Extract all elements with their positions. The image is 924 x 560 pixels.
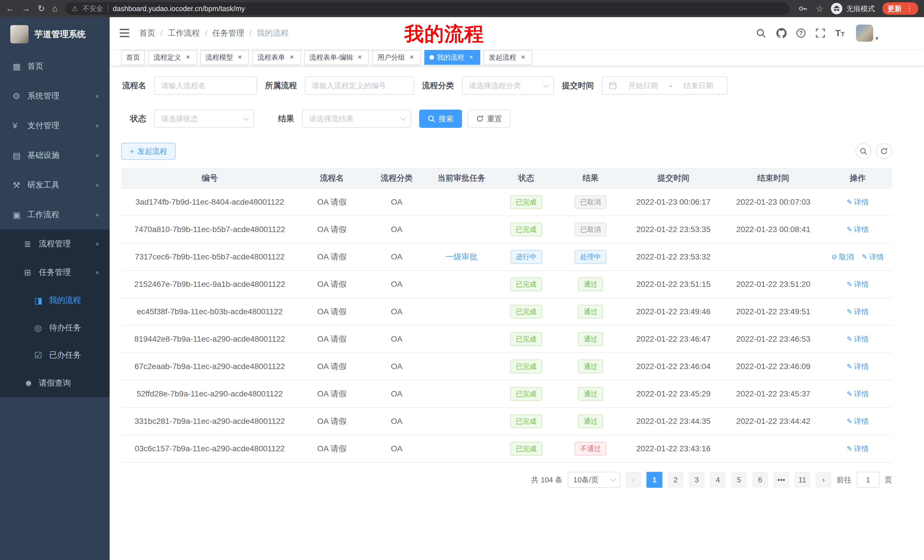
tab-close-icon[interactable]: ×	[408, 53, 416, 61]
pagination: 共 104 条 10条/页 ‹ 123456•••11 › 前往 页	[121, 472, 892, 488]
search-icon[interactable]	[755, 27, 766, 39]
tab[interactable]: 流程模型 ×	[201, 50, 249, 65]
page-size-select[interactable]: 10条/页	[568, 472, 620, 488]
breadcrumb-item[interactable]: 任务管理	[213, 28, 244, 39]
cell-current-task: 一级审批	[428, 243, 495, 271]
chevron-down-icon: ∨	[95, 153, 99, 158]
tab[interactable]: 发起流程 ×	[484, 50, 532, 65]
detail-link[interactable]: ✎ 详情	[847, 225, 869, 235]
detail-link[interactable]: ✎ 详情	[847, 334, 869, 344]
url-text[interactable]: dashboard.yudao.iocoder.cn/bpm/task/my	[113, 4, 245, 13]
process-id-input[interactable]	[312, 81, 407, 90]
end-date-placeholder[interactable]: 结束日期	[676, 81, 721, 91]
tab[interactable]: 流程表单-编辑 ×	[304, 50, 369, 65]
back-icon[interactable]: ←	[6, 4, 14, 13]
tab-close-icon[interactable]: ×	[467, 53, 475, 61]
detail-link[interactable]: ✎ 详情	[847, 444, 869, 454]
detail-link[interactable]: ✎ 详情	[847, 307, 869, 317]
next-page-button[interactable]: ›	[816, 472, 831, 488]
tab[interactable]: 我的流程 ×	[424, 50, 480, 65]
show-search-button[interactable]	[855, 143, 872, 159]
browser-menu-icon[interactable]: ⋮	[906, 4, 913, 13]
prev-page-button[interactable]: ‹	[626, 472, 641, 488]
tab[interactable]: 流程表单 ×	[252, 50, 301, 65]
page-button[interactable]: 6	[752, 472, 768, 488]
reset-button[interactable]: 重置	[468, 109, 510, 128]
page-button[interactable]: •••	[773, 472, 789, 488]
tab-close-icon[interactable]: ×	[236, 53, 244, 61]
breadcrumb-item[interactable]: 首页	[140, 28, 155, 39]
detail-link[interactable]: ✎ 详情	[847, 279, 869, 289]
sidebar-item-my-process[interactable]: ◨ 我的流程	[0, 287, 110, 314]
refresh-table-button[interactable]	[876, 143, 892, 159]
status-badge: 已完成	[510, 223, 542, 236]
page-button[interactable]: 1	[646, 472, 663, 488]
detail-link[interactable]: ✎ 详情	[847, 362, 869, 371]
start-process-button[interactable]: + 发起流程	[121, 143, 176, 160]
tab[interactable]: 首页	[121, 50, 145, 65]
detail-link[interactable]: ✎ 详情	[847, 389, 869, 399]
sidebar-item-done-tasks[interactable]: ☑ 已办任务	[0, 341, 110, 369]
sidebar-item-home[interactable]: ▦ 首页	[0, 51, 110, 81]
bookmark-star-icon[interactable]: ☆	[816, 4, 824, 14]
status-placeholder: 请选择状态	[161, 114, 198, 124]
fullscreen-icon[interactable]	[814, 27, 826, 39]
detail-link[interactable]: ✎ 详情	[862, 252, 884, 262]
address-bar[interactable]: ⚠ 不安全 dashboard.yudao.iocoder.cn/bpm/tas…	[65, 2, 789, 15]
search-button[interactable]: 搜索	[419, 109, 462, 128]
date-range-picker[interactable]: 开始日期 - 结束日期	[602, 76, 728, 95]
cell-current-task	[428, 407, 495, 435]
github-icon[interactable]	[776, 27, 787, 39]
reload-icon[interactable]: ↻	[38, 4, 45, 13]
app-logo[interactable]: 芋道管理系统	[0, 17, 110, 51]
home-icon[interactable]: ⌂	[52, 4, 57, 13]
category-select[interactable]: 请选择流程分类	[462, 76, 554, 95]
status-select[interactable]: 请选择状态	[154, 109, 254, 128]
chevron-down-icon: ∨	[95, 93, 99, 99]
tab-close-icon[interactable]: ×	[356, 53, 364, 61]
tab-close-icon[interactable]: ×	[519, 53, 527, 61]
font-size-icon[interactable]: TT	[835, 28, 844, 39]
tab-close-icon[interactable]: ×	[288, 53, 296, 61]
sidebar-item-leave-query[interactable]: ☻ 请假查询	[0, 369, 110, 397]
sidebar-item-label: 已办任务	[49, 350, 81, 361]
breadcrumb-item[interactable]: 工作流程	[168, 28, 200, 39]
tab[interactable]: 用户分组 ×	[372, 50, 421, 65]
hamburger-icon[interactable]	[110, 29, 140, 37]
avatar[interactable]	[856, 24, 873, 42]
result-select[interactable]: 请选择流结果	[302, 109, 411, 128]
page-button[interactable]: 4	[710, 472, 726, 488]
sidebar-item-todo-tasks[interactable]: ◎ 待办任务	[0, 314, 110, 341]
user-menu[interactable]: ▾	[856, 24, 878, 42]
sidebar-item-infrastructure[interactable]: ▤ 基础设施 ∨	[0, 141, 110, 170]
cell-submit-time: 2022-01-22 23:51:15	[624, 271, 723, 298]
sidebar-item-devtools[interactable]: ⚒ 研发工具 ∨	[0, 170, 110, 200]
detail-link[interactable]: ✎ 详情	[847, 197, 869, 207]
page-button[interactable]: 2	[668, 472, 684, 488]
sidebar-item-payment[interactable]: ¥ 支付管理 ∨	[0, 111, 110, 141]
password-key-icon[interactable]	[797, 3, 808, 14]
sidebar-item-system[interactable]: ⚙ 系统管理 ∨	[0, 81, 110, 111]
cell-status: 已完成	[495, 298, 557, 325]
tab[interactable]: 流程定义 ×	[148, 50, 197, 65]
sidebar-item-task-management[interactable]: ⊞ 任务管理 ∧	[0, 258, 110, 287]
filter-row-2: 状态 请选择状态 结果 请选择流结果	[121, 109, 892, 128]
sidebar-item-process-management[interactable]: ≣ 流程管理 ∨	[0, 229, 110, 258]
forward-icon[interactable]: →	[22, 4, 30, 13]
detail-link[interactable]: ✎ 详情	[847, 416, 869, 427]
page-button[interactable]: 11	[794, 472, 810, 488]
start-date-placeholder[interactable]: 开始日期	[621, 81, 666, 91]
process-name-input[interactable]	[161, 81, 250, 90]
goto-page-input[interactable]	[856, 472, 879, 488]
current-task-link[interactable]: 一级审批	[446, 252, 477, 261]
update-button[interactable]: 更新 ⋮	[882, 2, 918, 15]
page-button[interactable]: 5	[731, 472, 747, 488]
chevron-up-icon: ∧	[95, 270, 99, 275]
sidebar-item-workflow[interactable]: ▣ 工作流程 ∧	[0, 200, 110, 229]
cell-submit-time: 2022-01-22 23:46:47	[624, 325, 723, 353]
cancel-link[interactable]: ⊘ 取消	[831, 252, 854, 262]
page-button[interactable]: 3	[689, 472, 705, 488]
edit-icon: ✎	[847, 362, 852, 370]
help-icon[interactable]: ?	[796, 28, 806, 38]
tab-close-icon[interactable]: ×	[184, 53, 192, 61]
